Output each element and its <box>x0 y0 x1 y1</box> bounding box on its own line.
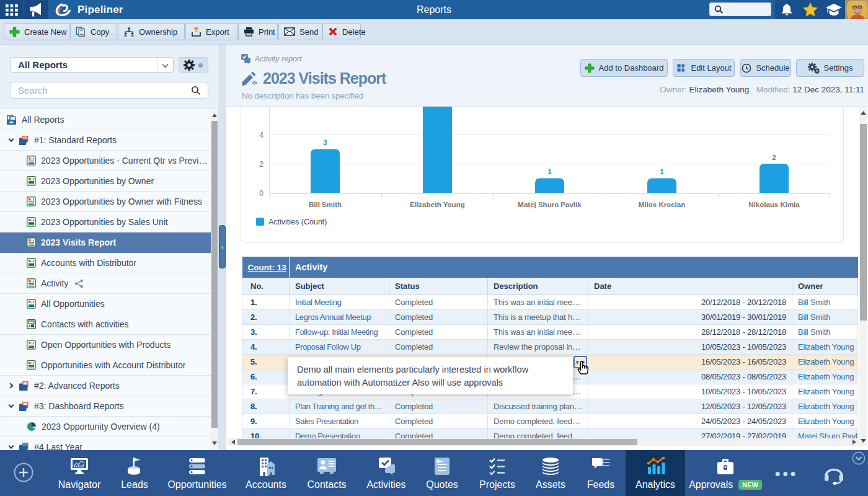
svg-text:Nikolaus Kimla: Nikolaus Kimla <box>748 201 800 208</box>
svg-text:1: 1 <box>547 168 552 175</box>
svg-text:Activities (Count): Activities (Count) <box>268 218 327 226</box>
svg-text:2: 2 <box>772 154 776 161</box>
svg-text:Milos Krocian: Milos Krocian <box>639 201 685 208</box>
svg-text:Bill Smith: Bill Smith <box>309 201 342 208</box>
svg-text:Elizabeth Young: Elizabeth Young <box>410 201 464 208</box>
svg-text:3: 3 <box>323 139 327 146</box>
svg-text:1: 1 <box>660 168 664 175</box>
svg-text:0: 0 <box>259 189 264 198</box>
svg-text:2: 2 <box>259 160 264 169</box>
svg-text:4: 4 <box>259 131 264 140</box>
svg-text:Matej Shuro Pavlik: Matej Shuro Pavlik <box>518 201 582 208</box>
